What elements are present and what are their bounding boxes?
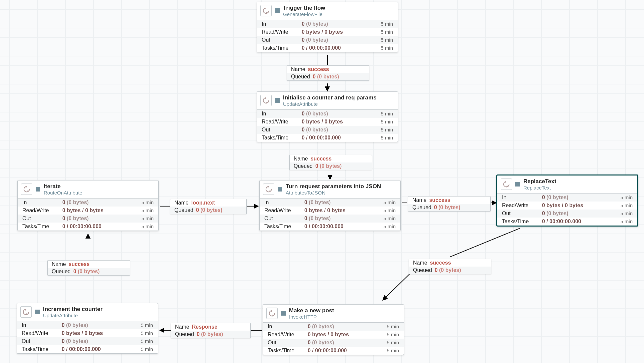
connection-success-5[interactable]: Namesuccess Queued0 (0 bytes) [47,260,130,276]
stat-label-rw: Read/Write [262,29,302,35]
stat-label-out: Out [262,37,302,43]
processor-trigger-flow[interactable]: Trigger the flow GenerateFlowFile In0 (0… [257,2,398,52]
stopped-status-icon [275,98,280,103]
connection-success-3[interactable]: Namesuccess Queued0 (0 bytes) [408,196,491,212]
stat-label-tasks: Tasks/Time [262,45,302,51]
processor-title: ReplaceText [523,178,556,185]
processor-icon [21,184,32,195]
processor-title: Trigger the flow [283,5,325,11]
connection-success-2[interactable]: Namesuccess Queued0 (0 bytes) [289,155,372,170]
processor-type: ReplaceText [523,185,556,191]
connection-success-4[interactable]: Namesuccess Queued0 (0 bytes) [409,259,491,274]
stopped-status-icon [278,187,282,192]
stopped-status-icon [281,311,286,316]
processor-increment-counter[interactable]: Increment the counter UpdateAttribute In… [17,303,158,354]
stat-value-tasks: 0 / 00:00:00.000 [302,45,381,51]
processor-title: Iterate [44,183,82,190]
processor-type: UpdateAttribute [43,313,103,318]
processor-type: RouteOnAttribute [44,190,82,196]
stat-label-in: In [262,21,302,27]
processor-attributes-to-json[interactable]: Turn request parameters into JSON Attrib… [259,180,401,231]
connection-success-1[interactable]: Namesuccess Queued0 (0 bytes) [287,65,369,81]
processor-iterate[interactable]: Iterate RouteOnAttribute In0 (0 bytes)5 … [17,180,159,231]
processor-icon [266,308,278,319]
processor-title: Make a new post [289,307,334,314]
processor-icon [263,184,274,195]
processor-icon [260,95,272,106]
stopped-status-icon [275,8,280,13]
processor-title: Turn request parameters into JSON [286,183,381,190]
stat-value-in: 0 (0 bytes) [302,21,381,27]
processor-invoke-http[interactable]: Make a new post InvokeHTTP In0 (0 bytes)… [263,304,404,355]
processor-initialise-counter[interactable]: Initialise a counter and req params Upda… [257,91,398,142]
processor-title: Initialise a counter and req params [283,94,377,101]
stat-value-rw: 0 bytes / 0 bytes [302,29,381,35]
processor-icon [20,306,32,318]
processor-icon [501,178,512,190]
processor-type: AttributesToJSON [286,190,381,196]
connection-loop-next[interactable]: Nameloop.next Queued0 (0 bytes) [170,199,247,214]
processor-icon [260,5,272,16]
processor-replace-text[interactable]: ReplaceText ReplaceText In0 (0 bytes)5 m… [497,175,638,226]
stopped-status-icon [515,182,520,187]
processor-type: InvokeHTTP [289,314,334,320]
stopped-status-icon [35,310,40,314]
stopped-status-icon [36,187,40,192]
processor-type: GenerateFlowFile [283,11,325,17]
processor-type: UpdateAttribute [283,101,377,107]
stat-value-out: 0 (0 bytes) [302,37,381,43]
connection-response[interactable]: NameResponse Queued0 (0 bytes) [171,323,251,338]
processor-title: Increment the counter [43,306,103,313]
